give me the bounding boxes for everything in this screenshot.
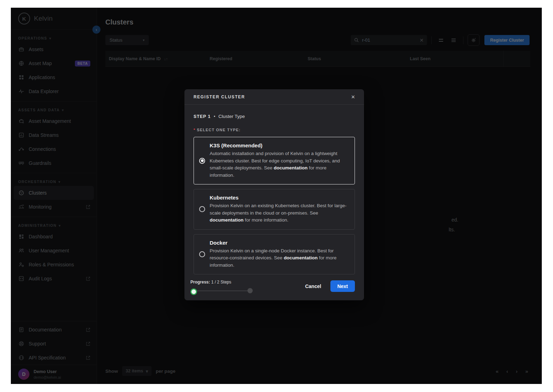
- documentation-link[interactable]: documentation: [274, 165, 308, 170]
- radio-unselected-icon[interactable]: [199, 206, 205, 212]
- progress-value: 1 / 2 Steps: [211, 280, 231, 285]
- progress-step-current-dot: [190, 288, 197, 295]
- close-icon[interactable]: ×: [351, 94, 355, 100]
- option-kubernetes[interactable]: Kubernetes Provision Kelvin on an existi…: [194, 189, 355, 230]
- option-k3s[interactable]: K3S (Recommended) Automatic installation…: [194, 137, 355, 184]
- modal-body: STEP 1 • Cluster Type *SELECT ONE TYPE: …: [184, 105, 364, 274]
- progress-line: [192, 290, 251, 291]
- select-type-prompt: *SELECT ONE TYPE:: [194, 128, 355, 132]
- step-indicator: STEP 1 • Cluster Type: [194, 114, 355, 119]
- modal-actions: Cancel Next: [305, 280, 355, 292]
- progress-title: Progress:: [190, 280, 210, 285]
- desc-text: Provision Kelvin on an existing Kubernet…: [210, 203, 346, 216]
- documentation-link[interactable]: documentation: [210, 217, 244, 223]
- option-description: Automatic installation and provision of …: [210, 150, 348, 179]
- select-type-label: SELECT ONE TYPE:: [197, 128, 240, 132]
- cluster-type-options: K3S (Recommended) Automatic installation…: [194, 137, 355, 274]
- screenshot-page: K Kelvin OPERATIONS ▾ Assets Asset Map B…: [0, 0, 553, 392]
- register-cluster-modal: REGISTER CLUSTER × STEP 1 • Cluster Type…: [184, 89, 364, 300]
- required-mark: *: [194, 128, 195, 132]
- option-description: Provision Kelvin on a single-node Docker…: [210, 247, 348, 269]
- progress-step-next-dot: [247, 288, 253, 293]
- option-title: K3S (Recommended): [210, 142, 348, 148]
- progress-block: Progress: 1 / 2 Steps: [190, 280, 253, 293]
- kelvin-app-window: K Kelvin OPERATIONS ▾ Assets Asset Map B…: [11, 8, 542, 384]
- option-description: Provision Kelvin on an existing Kubernet…: [210, 202, 348, 224]
- documentation-link[interactable]: documentation: [284, 255, 318, 260]
- progress-label: Progress: 1 / 2 Steps: [190, 280, 253, 285]
- option-title: Kubernetes: [210, 195, 348, 201]
- step-separator: •: [214, 114, 215, 119]
- progress-track: [190, 288, 253, 293]
- next-button[interactable]: Next: [330, 280, 355, 292]
- step-label: STEP 1: [194, 114, 211, 119]
- radio-selected-icon[interactable]: [199, 158, 205, 164]
- modal-footer: Progress: 1 / 2 Steps Cancel Next: [184, 280, 364, 300]
- option-title: Docker: [210, 240, 348, 246]
- modal-title: REGISTER CLUSTER: [194, 94, 245, 99]
- cancel-button[interactable]: Cancel: [305, 284, 321, 289]
- option-docker[interactable]: Docker Provision Kelvin on a single-node…: [194, 234, 355, 275]
- modal-header: REGISTER CLUSTER ×: [184, 89, 364, 105]
- desc-text: for more information.: [244, 217, 288, 223]
- radio-unselected-icon[interactable]: [199, 251, 205, 257]
- step-name: Cluster Type: [218, 114, 245, 119]
